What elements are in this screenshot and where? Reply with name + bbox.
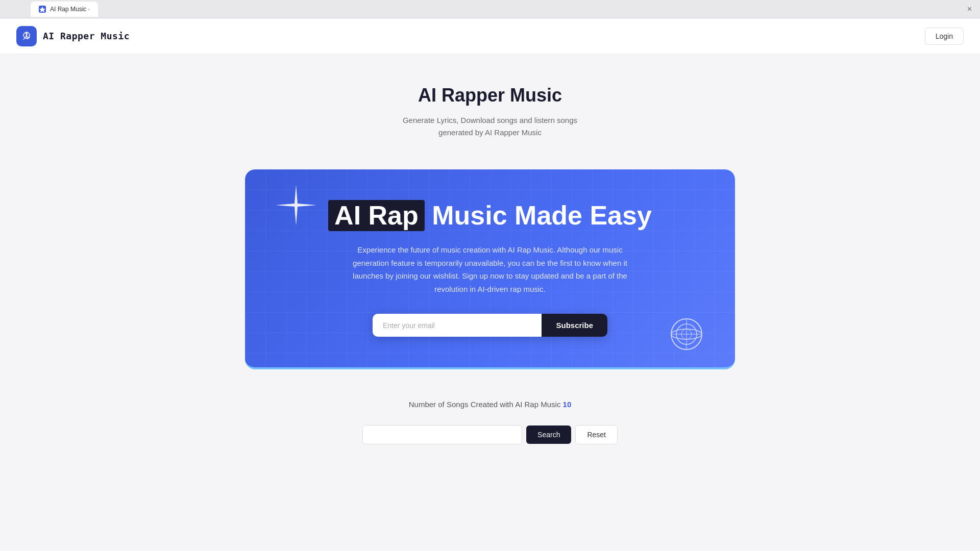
stats-count: 10 xyxy=(563,400,572,409)
brand: AI Rapper Music xyxy=(16,26,130,46)
login-button[interactable]: Login xyxy=(925,28,964,45)
stats-label: Number of Songs Created with AI Rap Musi… xyxy=(409,400,561,409)
subscribe-button[interactable]: Subscribe xyxy=(542,314,607,337)
brand-name: AI Rapper Music xyxy=(43,31,130,41)
page-title: AI Rapper Music xyxy=(10,85,970,106)
hero-content: AI Rap Music Made Easy Experience the fu… xyxy=(265,200,715,337)
brand-logo xyxy=(16,26,37,46)
tab-title: AI Rap Music · xyxy=(50,6,90,13)
stats-section: Number of Songs Created with AI Rap Musi… xyxy=(10,400,970,409)
page-subtitle: Generate Lyrics, Download songs and list… xyxy=(362,114,618,139)
hero-card: AI Rap Music Made Easy Experience the fu… xyxy=(245,169,735,369)
svg-point-0 xyxy=(26,35,28,37)
main-content: AI Rapper Music Generate Lyrics, Downloa… xyxy=(0,54,980,465)
search-section: Search Reset xyxy=(362,425,618,444)
navbar: AI Rapper Music Login xyxy=(0,18,980,54)
hero-description: Experience the future of music creation … xyxy=(347,243,633,295)
browser-tab[interactable]: AI Rap Music · xyxy=(31,2,98,17)
tab-favicon xyxy=(39,6,46,13)
reset-button[interactable]: Reset xyxy=(575,425,618,444)
email-input[interactable] xyxy=(373,314,542,337)
search-button[interactable]: Search xyxy=(526,425,571,444)
subscribe-form: Subscribe xyxy=(373,314,607,337)
browser-close-button[interactable]: × xyxy=(967,5,972,14)
hero-title-highlight: AI Rap xyxy=(328,200,425,231)
browser-bar: AI Rap Music · × xyxy=(0,0,980,18)
search-input[interactable] xyxy=(362,425,522,444)
hero-title: AI Rap Music Made Easy xyxy=(265,200,715,231)
